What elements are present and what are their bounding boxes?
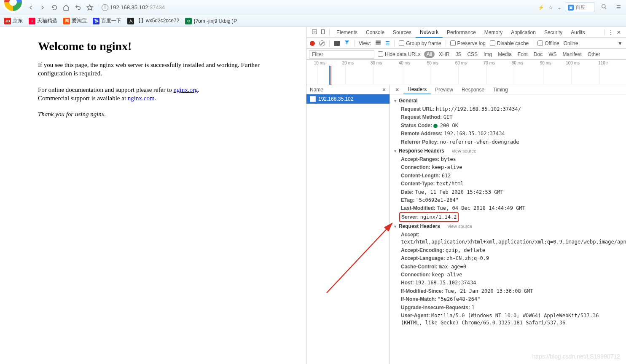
filter-type-other[interactable]: Other bbox=[586, 51, 602, 58]
header-row: Cache-Control: max-age=0 bbox=[393, 263, 623, 271]
tab-memory[interactable]: Memory bbox=[480, 27, 507, 38]
clear-button[interactable] bbox=[319, 40, 325, 46]
header-row: Request Method: GET bbox=[393, 113, 623, 121]
header-row: Host: 192.168.35.102:37434 bbox=[393, 279, 623, 287]
star-icon[interactable]: ☆ bbox=[548, 5, 553, 11]
search-icon[interactable] bbox=[599, 4, 610, 11]
bookmark-label: 爱淘宝 bbox=[72, 17, 87, 24]
filter-type-img[interactable]: Img bbox=[482, 51, 494, 58]
request-list: Name✕ 192.168.35.102 bbox=[306, 85, 390, 364]
close-column-icon[interactable]: ✕ bbox=[382, 87, 386, 93]
group-by-frame-checkbox[interactable]: Group by frame bbox=[399, 40, 441, 46]
bookmark-item[interactable]: T天猫精选 bbox=[29, 17, 57, 24]
menu-icon[interactable]: ☰ bbox=[614, 5, 623, 11]
section-title[interactable]: Request Headersview source bbox=[393, 222, 623, 231]
address-bar[interactable]: i 192.168.35.102:37434 bbox=[98, 4, 165, 11]
request-row[interactable]: 192.168.35.102 bbox=[306, 94, 390, 104]
header-row: Request URL: http://192.168.35.102:37434… bbox=[393, 105, 623, 113]
detail-tab-timing[interactable]: Timing bbox=[489, 85, 512, 94]
section-title[interactable]: General bbox=[393, 96, 623, 105]
home-button[interactable] bbox=[62, 3, 71, 12]
tab-security[interactable]: Security bbox=[540, 27, 567, 38]
search-box[interactable]: ▣ 百度 bbox=[566, 3, 594, 12]
hide-data-urls-checkbox[interactable]: Hide data URLs bbox=[378, 51, 421, 57]
detail-tab-headers[interactable]: Headers bbox=[403, 85, 431, 94]
timeline-tick: 30 ms bbox=[365, 61, 382, 65]
back-button[interactable] bbox=[26, 3, 35, 12]
detail-tab-response[interactable]: Response bbox=[457, 85, 489, 94]
disable-cache-checkbox[interactable]: Disable cache bbox=[490, 40, 529, 46]
filter-type-doc[interactable]: Doc bbox=[532, 51, 544, 58]
more-icon[interactable]: ⋮ bbox=[608, 29, 613, 35]
bookmark-item[interactable]: 人【】wx5d2c2cce72 bbox=[127, 17, 179, 24]
device-icon[interactable] bbox=[320, 29, 326, 36]
offline-checkbox[interactable]: Offline bbox=[537, 40, 559, 46]
bookmark-label: 【】wx5d2c2cce72 bbox=[136, 17, 179, 24]
tab-audits[interactable]: Audits bbox=[567, 27, 589, 38]
svg-rect-5 bbox=[376, 40, 381, 41]
preserve-log-checkbox[interactable]: Preserve log bbox=[450, 40, 486, 46]
bookmark-icon: 淘 bbox=[63, 18, 70, 24]
search-engine-icon: ▣ bbox=[568, 5, 574, 11]
section-title[interactable]: Response Headersview source bbox=[393, 146, 623, 155]
fast-icon[interactable]: ⚡ bbox=[538, 5, 544, 11]
filter-type-media[interactable]: Media bbox=[496, 51, 513, 58]
view-large-icon[interactable] bbox=[375, 40, 381, 47]
tab-elements[interactable]: Elements bbox=[332, 27, 362, 38]
inspect-icon[interactable] bbox=[312, 29, 317, 36]
nginx-org-link[interactable]: nginx.org bbox=[174, 86, 198, 93]
bookmark-item[interactable]: 淘爱淘宝 bbox=[63, 17, 87, 24]
request-list-header[interactable]: Name✕ bbox=[306, 85, 390, 94]
network-timeline[interactable]: 10 ms20 ms30 ms40 ms50 ms60 ms70 ms80 ms… bbox=[306, 60, 626, 85]
svg-point-1 bbox=[602, 5, 605, 8]
bookmark-item[interactable]: 📡百度一下 bbox=[93, 17, 121, 24]
filter-input[interactable] bbox=[309, 50, 374, 59]
forward-button[interactable] bbox=[38, 3, 47, 12]
chevron-down-icon[interactable]: ⌄ bbox=[557, 5, 562, 11]
tab-application[interactable]: Application bbox=[507, 27, 540, 38]
filter-type-xhr[interactable]: XHR bbox=[437, 51, 451, 58]
filter-type-font[interactable]: Font bbox=[516, 51, 529, 58]
view-waterfall-icon[interactable]: ☰ bbox=[385, 40, 390, 46]
dropdown-icon[interactable]: ▼ bbox=[618, 40, 623, 46]
page-paragraph-1: If you see this page, the nginx web serv… bbox=[38, 61, 266, 78]
header-row: Connection: keep-alive bbox=[393, 163, 623, 171]
view-source-link[interactable]: view source bbox=[452, 148, 476, 153]
nginx-com-link[interactable]: nginx.com bbox=[128, 95, 155, 102]
record-button[interactable] bbox=[310, 41, 315, 46]
bookmark-icon: 人 bbox=[127, 18, 134, 24]
favorite-button[interactable] bbox=[85, 3, 94, 12]
bookmark-icon: T bbox=[29, 18, 35, 24]
view-label: View: bbox=[359, 40, 371, 46]
tab-network[interactable]: Network bbox=[416, 27, 443, 38]
filter-type-js[interactable]: JS bbox=[454, 51, 463, 58]
close-detail-icon[interactable]: ✕ bbox=[392, 87, 402, 93]
tab-sources[interactable]: Sources bbox=[389, 27, 416, 38]
detail-tab-preview[interactable]: Preview bbox=[431, 85, 457, 94]
request-favicon bbox=[310, 96, 316, 102]
search-placeholder: 百度 bbox=[575, 4, 592, 11]
tab-console[interactable]: Console bbox=[362, 27, 389, 38]
bookmark-item[interactable]: C}?om -jinj9 l,kbig )P bbox=[185, 18, 237, 24]
devtools-tabs: ElementsConsoleSourcesNetworkPerformance… bbox=[306, 27, 626, 38]
filter-type-manifest[interactable]: Manifest bbox=[561, 51, 583, 58]
header-row: Connection: keep-alive bbox=[393, 271, 623, 279]
undo-button[interactable] bbox=[73, 3, 83, 12]
bookmark-label: 百度一下 bbox=[101, 17, 121, 24]
filter-type-css[interactable]: CSS bbox=[465, 51, 479, 58]
close-devtools-icon[interactable]: ✕ bbox=[617, 29, 621, 35]
filter-icon[interactable] bbox=[344, 40, 350, 47]
header-row: Date: Tue, 11 Feb 2020 15:42:53 GMT bbox=[393, 188, 623, 196]
filter-type-all[interactable]: All bbox=[424, 51, 435, 58]
header-row: Remote Address: 192.168.35.102:37434 bbox=[393, 130, 623, 138]
header-row: Content-Length: 612 bbox=[393, 172, 623, 180]
throttle-select[interactable]: Online bbox=[564, 40, 578, 46]
view-source-link[interactable]: view source bbox=[448, 224, 472, 229]
screenshot-icon[interactable] bbox=[334, 41, 340, 46]
bookmark-item[interactable]: JD京东 bbox=[4, 17, 23, 24]
filter-type-ws[interactable]: WS bbox=[547, 51, 558, 58]
reload-button[interactable] bbox=[50, 3, 59, 12]
tab-performance[interactable]: Performance bbox=[443, 27, 480, 38]
info-icon[interactable]: i bbox=[102, 4, 108, 11]
header-row: Accept-Encoding: gzip, deflate bbox=[393, 246, 623, 254]
